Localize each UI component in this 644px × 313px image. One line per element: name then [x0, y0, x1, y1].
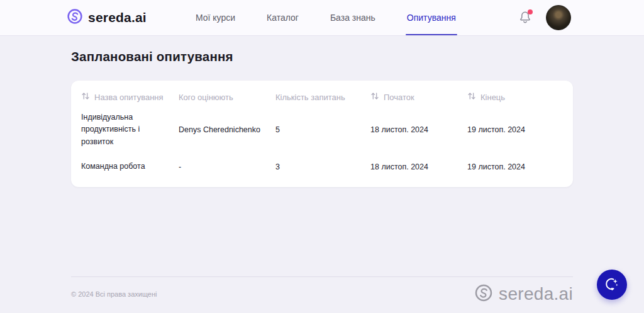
footer-brand-watermark: sereda.ai: [474, 283, 573, 305]
question-count-cell: 3: [275, 162, 370, 171]
column-header-end-date[interactable]: Кінець: [467, 92, 563, 102]
sort-arrows-icon: [81, 92, 90, 102]
page-footer: © 2024 Всі права захищені sereda.ai: [71, 276, 573, 313]
column-header-start-date[interactable]: Початок: [370, 92, 467, 102]
column-label: Назва опитування: [94, 93, 164, 102]
main-nav: Мої курси Каталог База знань Опитування: [194, 0, 457, 35]
end-date-cell: 19 листоп. 2024: [467, 125, 563, 134]
sort-arrows-icon: [467, 92, 476, 102]
column-header-evaluatee: Кого оцінюють: [179, 93, 275, 102]
survey-name-cell: Командна робота: [81, 161, 179, 173]
app-window: sereda.ai Мої курси Каталог База знань О…: [0, 0, 644, 313]
brand-logo-icon: [67, 8, 83, 27]
column-label: Кого оцінюють: [179, 93, 233, 102]
brand-logo[interactable]: sereda.ai: [67, 0, 147, 35]
evaluatee-cell: -: [179, 162, 275, 171]
evaluatee-cell: Denys Cherednichenko: [179, 125, 275, 134]
sort-arrows-icon: [370, 92, 379, 102]
copyright-text: © 2024 Всі права захищені: [71, 290, 157, 298]
user-avatar[interactable]: [546, 5, 571, 30]
column-header-survey-name[interactable]: Назва опитування: [81, 92, 179, 102]
table-row[interactable]: Індивідуальна продуктивність і розвиток …: [81, 111, 563, 148]
ai-sparkle-icon: [604, 276, 620, 294]
start-date-cell: 18 листоп. 2024: [370, 125, 467, 134]
nav-item-catalog[interactable]: Каталог: [265, 0, 300, 35]
notifications-button[interactable]: [518, 10, 532, 25]
nav-item-my-courses[interactable]: Мої курси: [194, 0, 236, 35]
start-date-cell: 18 листоп. 2024: [370, 162, 467, 171]
table-row[interactable]: Командна робота - 3 18 листоп. 2024 19 л…: [81, 161, 563, 173]
notification-dot: [528, 9, 533, 14]
topbar-right-group: [518, 0, 571, 35]
ai-assistant-fab[interactable]: [597, 270, 627, 300]
brand-logo-icon-gray: [474, 283, 493, 305]
page-title: Заплановані опитування: [71, 49, 573, 64]
surveys-table-card: Назва опитування Кого оцінюють Кількість…: [71, 81, 573, 187]
column-label: Кінець: [480, 93, 505, 102]
nav-item-knowledge-base[interactable]: База знань: [329, 0, 377, 35]
column-header-question-count: Кількість запитань: [275, 93, 370, 102]
table-header-row: Назва опитування Кого оцінюють Кількість…: [81, 92, 563, 102]
nav-item-surveys[interactable]: Опитування: [406, 0, 457, 35]
main-content: Заплановані опитування Назва опитування …: [0, 49, 644, 187]
bell-icon: [518, 16, 532, 27]
column-label: Кількість запитань: [275, 93, 345, 102]
footer-brand-name: sereda.ai: [499, 284, 573, 304]
end-date-cell: 19 листоп. 2024: [467, 162, 563, 171]
question-count-cell: 5: [275, 125, 370, 134]
brand-name: sereda.ai: [88, 10, 147, 25]
top-navigation-bar: sereda.ai Мої курси Каталог База знань О…: [0, 0, 644, 36]
column-label: Початок: [384, 93, 414, 102]
survey-name-cell: Індивідуальна продуктивність і розвиток: [81, 111, 179, 148]
